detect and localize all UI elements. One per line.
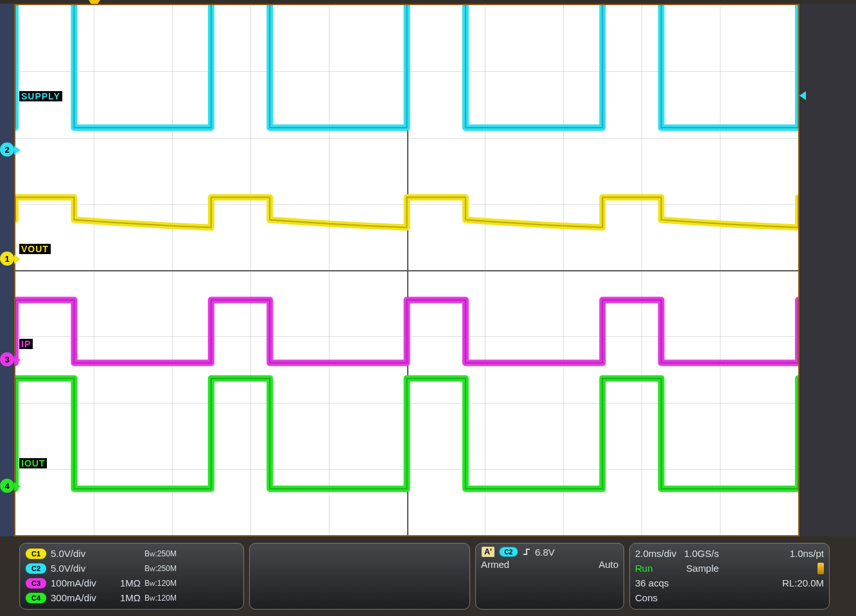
ch3-ref-arrow-icon — [14, 355, 21, 364]
temperature-indicator-icon — [817, 563, 824, 574]
ch3-row: C3 100mA/div 1MΩ BW:120M — [25, 576, 238, 590]
ch4-bw: BW:120M — [144, 594, 177, 603]
measurements-panel[interactable] — [249, 543, 470, 610]
trigger-source-badge[interactable]: C2 — [499, 547, 518, 557]
ch3-badge[interactable]: C3 — [25, 578, 47, 589]
ch2-ref-num: 2 — [4, 145, 9, 155]
cons-label: Cons — [635, 592, 658, 603]
bottom-readout: C1 5.0V/div BW:250M C2 5.0V/div BW:250M … — [19, 543, 837, 610]
ch4-impedance: 1MΩ — [109, 592, 141, 603]
trigger-level-arrow-icon[interactable] — [799, 91, 806, 100]
ch1-row: C1 5.0V/div BW:250M — [25, 546, 238, 561]
ch4-ref-arrow-icon — [14, 482, 21, 491]
ch1-ref-arrow-icon — [14, 255, 21, 264]
ch4-row: C4 300mA/div 1MΩ BW:120M — [25, 590, 238, 605]
timebase-hdiv: 2.0ms/div — [635, 548, 676, 559]
trigger-level: 6.8V — [535, 547, 555, 558]
ch2-bw: BW:250M — [144, 564, 177, 573]
oscilloscope-frame: SUPPLY VOUT IP IOUT 2 1 3 4 C1 5.0V/div … — [0, 0, 856, 616]
trigger-a-badge[interactable]: A' — [481, 546, 495, 558]
sample-mode: Sample — [686, 563, 719, 574]
ch1-badge[interactable]: C1 — [25, 548, 47, 560]
timebase-panel[interactable]: 2.0ms/div 1.0GS/s 1.0ns/pt Run Sample 36… — [629, 543, 830, 610]
ch1-scale: 5.0V/div — [51, 548, 105, 559]
waveform-area[interactable]: SUPPLY VOUT IP IOUT — [14, 4, 799, 536]
ch2-scale: 5.0V/div — [51, 563, 105, 574]
ch1-ref-marker[interactable]: 1 — [0, 252, 14, 266]
label-supply: SUPPLY — [19, 91, 62, 101]
ch4-scale: 300mA/div — [51, 592, 105, 603]
ch3-ref-num: 3 — [4, 355, 9, 364]
ch2-ref-marker[interactable]: 2 — [0, 142, 14, 157]
ch4-ref-marker[interactable]: 4 — [0, 479, 14, 493]
timebase-rate: 1.0GS/s — [684, 548, 719, 559]
label-iout: IOUT — [19, 458, 47, 468]
label-ip: IP — [19, 339, 33, 349]
waveform-canvas — [15, 5, 798, 535]
right-margin — [799, 4, 856, 536]
record-length: RL:20.0M — [782, 578, 824, 588]
acq-count: 36 acqs — [635, 578, 669, 588]
timebase-pt: 1.0ns/pt — [790, 548, 824, 559]
left-margin — [0, 4, 14, 536]
ch2-badge[interactable]: C2 — [25, 563, 47, 574]
channel-readout-panel[interactable]: C1 5.0V/div BW:250M C2 5.0V/div BW:250M … — [19, 543, 244, 610]
ch1-ref-num: 1 — [4, 254, 9, 264]
run-status: Run — [635, 563, 653, 574]
ch1-bw: BW:250M — [144, 549, 177, 558]
trigger-panel[interactable]: A' C2 6.8V Armed Auto — [475, 543, 624, 610]
trigger-armed: Armed — [481, 559, 509, 570]
ch3-scale: 100mA/div — [51, 578, 105, 588]
ch2-row: C2 5.0V/div BW:250M — [25, 561, 238, 576]
ch4-badge[interactable]: C4 — [25, 592, 47, 604]
ch2-ref-arrow-icon — [14, 146, 21, 155]
label-vout: VOUT — [19, 244, 51, 254]
ch4-ref-num: 4 — [4, 481, 9, 491]
rising-edge-icon — [522, 547, 531, 556]
ch3-bw: BW:120M — [144, 579, 177, 588]
ch3-impedance: 1MΩ — [109, 578, 141, 588]
ch3-ref-marker[interactable]: 3 — [0, 352, 14, 366]
trigger-mode: Auto — [598, 559, 618, 570]
